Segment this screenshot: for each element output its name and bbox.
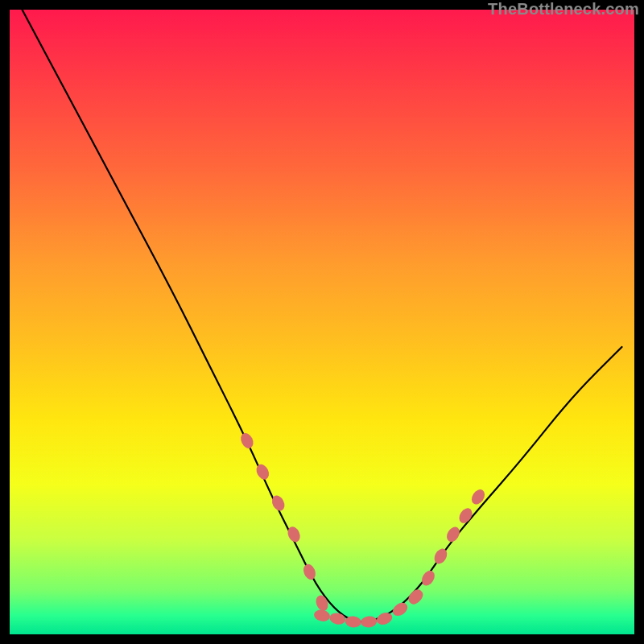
threshold-dot xyxy=(254,462,271,481)
threshold-dot xyxy=(313,609,331,623)
threshold-dot xyxy=(314,593,330,613)
threshold-dot xyxy=(375,610,394,626)
threshold-dot xyxy=(444,525,462,544)
threshold-dot xyxy=(361,616,378,629)
threshold-dot xyxy=(390,600,410,618)
threshold-dot xyxy=(469,487,488,506)
watermark-text: TheBottleneck.com xyxy=(488,0,639,19)
chart-overlay xyxy=(10,10,634,634)
dotted-bottom xyxy=(313,588,426,629)
chart-canvas: TheBottleneck.com xyxy=(0,0,644,644)
curve-line xyxy=(23,10,622,621)
plot-background xyxy=(10,10,634,634)
threshold-dot xyxy=(328,612,346,626)
threshold-dot xyxy=(238,431,255,450)
threshold-dot xyxy=(301,562,318,581)
curve-path xyxy=(23,10,622,621)
threshold-dot xyxy=(419,568,437,588)
